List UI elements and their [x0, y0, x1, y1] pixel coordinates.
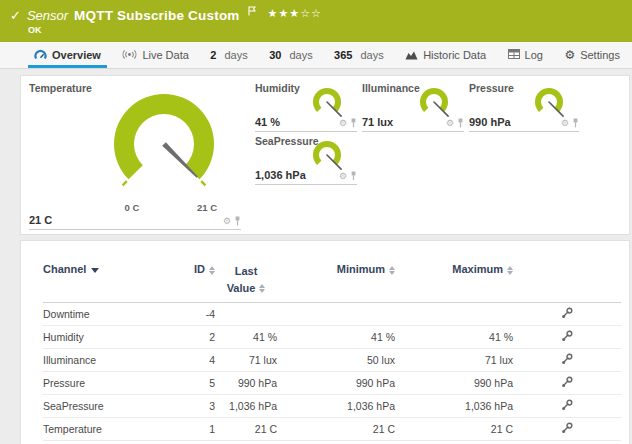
gauge-icon [34, 49, 47, 62]
tab-settings[interactable]: ⚙Settings [558, 42, 626, 68]
channel-name: Temperature [43, 418, 169, 441]
last-value: 990 hPa [215, 372, 277, 395]
gauge-pressure: Pressure990 hPa⚙ [469, 82, 581, 132]
channel-id: 1 [169, 418, 215, 441]
table-row[interactable]: Downtime-4 [43, 303, 621, 326]
channel-id: 3 [169, 395, 215, 418]
sensor-header: ✓ Sensor MQTT Subscribe Custom ★★★☆☆ OK [0, 0, 632, 42]
gauge-label: Humidity [255, 82, 300, 94]
wrench-icon[interactable] [561, 307, 573, 319]
last-value: 41 % [215, 326, 277, 349]
sensor-title: MQTT Subscribe Custom [74, 8, 239, 23]
table-row[interactable]: Illuminance471 lux50 lux71 lux [43, 349, 621, 372]
tab-label: days [360, 49, 383, 61]
gauge-value: 71 lux [362, 116, 393, 128]
gear-icon[interactable]: ⚙ [339, 119, 347, 128]
star-icon[interactable]: ☆ [311, 7, 322, 19]
star-icon[interactable]: ★ [268, 7, 279, 19]
channel-name: Humidity [43, 326, 169, 349]
gauge-seapressure: SeaPressure1,036 hPa⚙ [255, 135, 359, 185]
tab-365-days[interactable]: 365days [328, 42, 390, 68]
channel-id: 5 [169, 372, 215, 395]
table-row[interactable]: Humidity241 %41 %41 % [43, 326, 621, 349]
tab-label: days [289, 49, 312, 61]
main-gauge-value: 21 C [29, 214, 52, 226]
pin-icon[interactable] [572, 118, 579, 128]
tab-2-days[interactable]: 2days [204, 42, 253, 68]
pin-icon[interactable] [350, 171, 357, 181]
column-header-minimum[interactable]: Minimum [277, 255, 395, 303]
gauge-value: 990 hPa [469, 116, 511, 128]
maximum-value: 990 hPa [395, 372, 513, 395]
tab-historic-data[interactable]: Historic Data [399, 42, 492, 68]
broadcast-icon [122, 49, 137, 61]
gauge-humidity: Humidity41 %⚙ [255, 82, 359, 132]
tab-log[interactable]: Log [502, 42, 549, 68]
minimum-value: 41 % [277, 326, 395, 349]
wrench-icon[interactable] [561, 376, 573, 388]
gear-icon: ⚙ [564, 49, 575, 61]
pin-icon[interactable] [457, 118, 464, 128]
wrench-icon[interactable] [561, 353, 573, 365]
flag-icon[interactable] [248, 6, 256, 18]
wrench-icon[interactable] [561, 330, 573, 342]
tab-label: Settings [580, 49, 620, 61]
gear-icon[interactable]: ⚙ [561, 119, 569, 128]
star-icon[interactable]: ☆ [300, 7, 311, 19]
scale-min-label: 0 C [112, 202, 152, 213]
main-gauge-block: Temperature 0 C 21 C 21 C ⚙ [29, 82, 247, 230]
gauge-illuminance: Illuminance71 lux⚙ [362, 82, 466, 132]
channel-id: 4 [169, 349, 215, 372]
minimum-value: 1,036 hPa [277, 395, 395, 418]
tab-number: 365 [334, 49, 352, 61]
channel-name: SeaPressure [43, 395, 169, 418]
gear-icon[interactable]: ⚙ [223, 217, 231, 226]
sort-arrows-icon [209, 266, 215, 275]
wrench-icon[interactable] [561, 422, 573, 434]
column-header-channel[interactable]: Channel [43, 255, 169, 303]
channel-id: -4 [169, 303, 215, 326]
table-row[interactable]: Temperature121 C21 C21 C [43, 418, 621, 441]
last-value: 71 lux [215, 349, 277, 372]
channel-id: 2 [169, 326, 215, 349]
gear-icon[interactable]: ⚙ [446, 119, 454, 128]
minimum-value [277, 303, 395, 326]
maximum-value: 21 C [395, 418, 513, 441]
minimum-value: 21 C [277, 418, 395, 441]
table-row[interactable]: Pressure5990 hPa990 hPa990 hPa [43, 372, 621, 395]
maximum-value: 71 lux [395, 349, 513, 372]
sort-caret-icon [91, 268, 99, 273]
last-value: 21 C [215, 418, 277, 441]
main-gauge-label: Temperature [29, 82, 92, 94]
pin-icon[interactable] [350, 118, 357, 128]
tab-number: 30 [269, 49, 281, 61]
gear-icon[interactable]: ⚙ [339, 172, 347, 181]
channel-name: Downtime [43, 303, 169, 326]
table-row[interactable]: SeaPressure31,036 hPa1,036 hPa1,036 hPa [43, 395, 621, 418]
star-rating[interactable]: ★★★☆☆ [268, 7, 322, 20]
pin-icon[interactable] [234, 216, 241, 226]
tab-live-data[interactable]: Live Data [116, 42, 194, 68]
column-header-last-value[interactable]: Last Value [215, 255, 277, 303]
column-header-id[interactable]: ID [169, 255, 215, 303]
tab-label: Overview [52, 49, 101, 61]
scale-max-label: 21 C [187, 202, 227, 213]
last-value [215, 303, 277, 326]
sensor-kind-label: Sensor [27, 8, 68, 23]
star-icon[interactable]: ★ [289, 7, 300, 19]
tab-label: Live Data [142, 49, 188, 61]
temperature-gauge [99, 86, 229, 212]
wrench-icon[interactable] [561, 399, 573, 411]
column-header-maximum[interactable]: Maximum [395, 255, 513, 303]
tab-label: days [224, 49, 247, 61]
tab-30-days[interactable]: 30days [263, 42, 319, 68]
gauge-value: 41 % [255, 116, 280, 128]
star-icon[interactable]: ★ [278, 7, 289, 19]
channel-name: Pressure [43, 372, 169, 395]
tab-overview[interactable]: Overview [28, 42, 107, 68]
channels-panel: Channel ID Last Value Minimum Maximum Do… [20, 240, 630, 444]
minimum-value: 990 hPa [277, 372, 395, 395]
channel-name: Illuminance [43, 349, 169, 372]
maximum-value [395, 303, 513, 326]
tab-label: Log [525, 49, 543, 61]
